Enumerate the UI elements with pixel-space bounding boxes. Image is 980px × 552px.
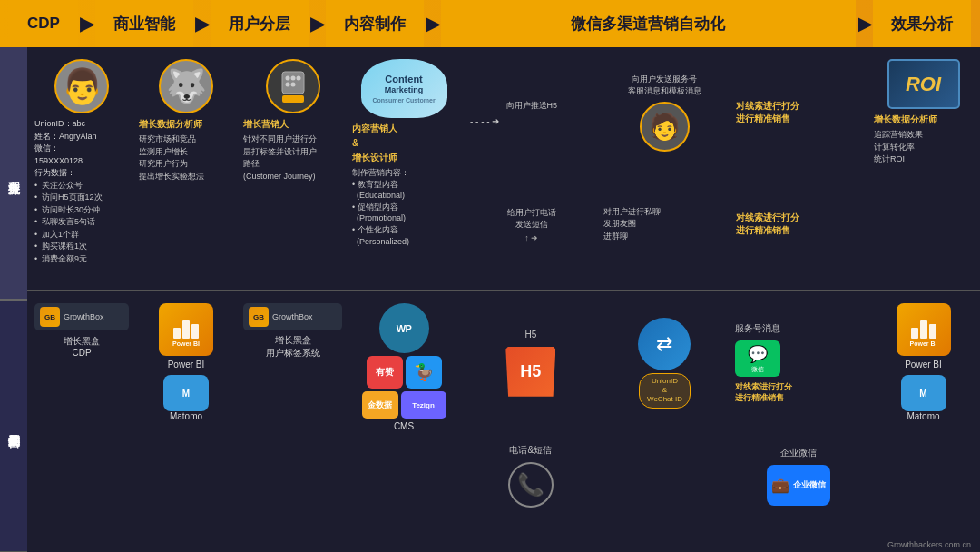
flow-bottom: GB GrowthBox 增长黑盒CDP Power BI Power BI (27, 291, 980, 534)
bi-avatar: 🐺 (159, 59, 213, 113)
roi-text: 增长数据分析师 追踪营销效果 计算转化率 统计ROI (874, 113, 973, 166)
wechat-service-icon: 💬 微信 (735, 340, 780, 377)
user-text: 增长营销人 针对不同用户进行分 层打标签并设计用户 路径 (Customer J… (243, 118, 342, 182)
roi-icon: ROI (887, 59, 960, 109)
flow-top: 👨 UnionID：abc 姓名：AngryAlan 微信： 159XXX012… (27, 47, 980, 291)
growthbox-icon: GB GrowthBox (34, 303, 129, 330)
col-roi-top: ROI 增长数据分析师 追踪营销效果 计算转化率 统计ROI (871, 54, 975, 282)
center-person-avatar: 🧑 (640, 102, 690, 152)
left-sidebar: 业务流程 使用的营销工具 (0, 47, 27, 552)
youzan-icon: 有赞 (367, 356, 403, 389)
svg-rect-6 (282, 95, 304, 103)
enterprise-wechat-tool: 企业微信 💼 企业微信 (735, 447, 862, 506)
roi-matomo-label: Matomo (906, 411, 939, 421)
wechat-score2-cell: 对线索进行打分进行精准销售 (733, 209, 862, 240)
col-content-top: Content Marketing Consumer Customer 内容营销… (349, 54, 458, 282)
enterprise-wechat-icon: 💼 企业微信 (767, 465, 830, 506)
col-wechat-top: 向用户推送H5 - - - - ➜ 向用户发送服务号客服消息和模板消息 🧑 对线… (463, 54, 867, 282)
col-wechat-tools: H5 H5 ⇄ UnionID&WeChat ID 服务号消息 💬 微信 (463, 299, 867, 527)
step-wechat: 微信多渠道营销自动化 (441, 0, 856, 47)
step-cdp: CDP (9, 0, 78, 47)
svg-point-2 (290, 76, 295, 81)
arrow-2: ▶ (195, 13, 209, 34)
content-text: 内容营销人 & 增长设计师 制作营销内容： • 教育型内容 (Education… (352, 123, 456, 247)
content-small-tools2: 金数据 Tezign (362, 391, 446, 419)
arrow-5: ▶ (858, 13, 871, 34)
content-area: 👨 UnionID：abc 姓名：AngryAlan 微信： 159XXX012… (27, 47, 980, 534)
content-cloud: Content Marketing Consumer Customer (361, 59, 447, 118)
step-roi: 效果分析 (873, 0, 971, 47)
service-tool: 服务号消息 💬 微信 对线索进行打分进行精准销售 (735, 322, 862, 403)
wechat-phone-cell: 给用户打电话发送短信 ↑ ➜ (467, 204, 596, 245)
content-tool-label: CMS (394, 421, 414, 431)
user-growthbox-icon: GB GrowthBox (243, 303, 342, 330)
watermark: Growthhackers.com.cn (887, 540, 971, 549)
svg-point-5 (290, 83, 295, 87)
user-tool-label: 增长黑盒用户标签系统 (266, 334, 320, 360)
roi-matomo-icon: M (901, 375, 946, 411)
tencent-icon: 🦆 (406, 356, 442, 389)
matomo-icon: M (163, 375, 209, 411)
svg-point-4 (285, 83, 289, 87)
cdp-text: UnionID：abc 姓名：AngryAlan 微信： 159XXX0128 … (34, 118, 129, 265)
col-content-tools: WP 有赞 🦆 金数据 Tezign CMS (349, 299, 458, 527)
col-roi-tools: Power BI Power BI M Matomo (871, 299, 975, 527)
cdp-avatar: 👨 (54, 59, 109, 113)
arrow-4: ▶ (426, 13, 439, 34)
arrow-3: ▶ (310, 13, 324, 34)
h5-tool: H5 H5 (467, 330, 594, 397)
swap-icon: ⇄ (638, 318, 691, 370)
col-user-tools: GB GrowthBox 增长黑盒用户标签系统 (240, 299, 345, 527)
phone-icon: 📞 (508, 462, 554, 508)
jinshuji-icon: 金数据 (362, 391, 398, 419)
bi-text: 增长数据分析师 研究市场和竞品 监测用户增长 研究用户行为 提出增长实验想法 (139, 118, 233, 182)
roi-powerbi-icon: Power BI (897, 303, 951, 356)
col-cdp-top: 👨 UnionID：abc 姓名：AngryAlan 微信： 159XXX012… (32, 54, 132, 282)
wechat-h5-cell: 向用户推送H5 - - - - ➜ (467, 97, 596, 129)
wechat-private-cell: 对用户进行私聊 发朋友圈 进群聊 (601, 203, 730, 246)
wordpress-icon: WP (379, 303, 429, 353)
roi-powerbi-label: Power BI (905, 360, 942, 370)
wechat-service-cell: 向用户发送服务号客服消息和模板消息 🧑 (601, 71, 730, 153)
tezign-icon: Tezign (401, 391, 446, 419)
unionid-badge: UnionID&WeChat ID (639, 373, 691, 409)
main-container: CDP ▶ 商业智能 ▶ 用户分层 ▶ 内容制作 ▶ 微信多渠道营销自动化 ▶ … (0, 0, 980, 552)
col-user-top: 增长营销人 针对不同用户进行分 层打标签并设计用户 路径 (Customer J… (240, 54, 345, 282)
col-bi-tools: Power BI Power BI M Matomo (136, 299, 236, 527)
content-small-tools: 有赞 🦆 (367, 356, 442, 389)
col-bi-top: 🐺 增长数据分析师 研究市场和竞品 监测用户增长 研究用户行为 提出增长实验想法 (136, 54, 236, 282)
user-avatar-icon (275, 68, 311, 104)
h5-icon: H5 (505, 347, 555, 397)
step-user: 用户分层 (211, 0, 309, 47)
unionid-tool: ⇄ UnionID&WeChat ID (602, 318, 729, 409)
cdp-tool-label: 增长黑盒CDP (64, 335, 100, 358)
scoring-label: 对线索进行打分进行精准销售 (735, 382, 792, 403)
phone-tool: 电话&短信 📞 (467, 444, 594, 508)
sidebar-bottom: 使用的营销工具 (0, 301, 27, 553)
bi-powerbi-label: Power BI (168, 360, 205, 370)
powerbi-icon: Power BI (159, 303, 213, 356)
svg-point-1 (285, 76, 289, 81)
header-bar: CDP ▶ 商业智能 ▶ 用户分层 ▶ 内容制作 ▶ 微信多渠道营销自动化 ▶ … (0, 0, 980, 47)
bi-matomo-label: Matomo (170, 411, 202, 421)
sidebar-top: 业务流程 (0, 47, 27, 301)
wechat-score-cell: 对线索进行打分进行精准销售 (733, 97, 862, 128)
arrow-1: ▶ (80, 13, 93, 34)
step-bi: 商业智能 (95, 0, 193, 47)
col-cdp-tools: GB GrowthBox 增长黑盒CDP (32, 299, 132, 527)
user-avatar (266, 59, 320, 113)
step-content: 内容制作 (326, 0, 424, 47)
svg-point-3 (296, 76, 300, 81)
